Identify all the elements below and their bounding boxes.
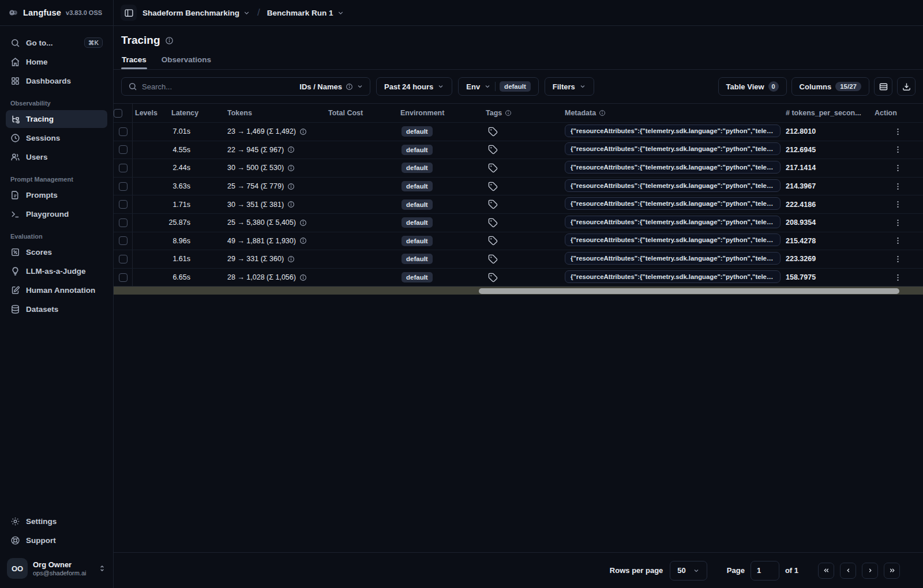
select-all-checkbox[interactable] [114,109,122,118]
ellipsis-vertical-icon[interactable] [890,181,906,192]
metadata-pill[interactable]: {"resourceAttributes":{"telemetry.sdk.la… [565,233,781,246]
ellipsis-vertical-icon[interactable] [890,272,906,283]
tag-icon[interactable] [488,163,560,173]
sidebar-item-llm-as-a-judge[interactable]: LLM-as-a-Judge [6,262,107,280]
tag-icon[interactable] [488,199,560,209]
row-checkbox[interactable] [119,145,127,154]
row-tags [483,236,562,246]
sidebar-toggle-button[interactable] [121,5,137,21]
row-action [872,181,923,192]
row-latency: 1.61s [169,255,225,263]
sidebar-item-dashboards[interactable]: Dashboards [6,72,107,90]
rows-per-page-select[interactable]: 50 [670,561,707,581]
row-tokens-per-second: 212.8010 [783,127,872,135]
sidebar-item-home[interactable]: Home [6,53,107,71]
row-checkbox[interactable] [119,127,127,136]
info-icon[interactable] [287,164,295,172]
row-checkbox[interactable] [119,164,127,172]
select-all-cell [114,104,133,122]
row-checkbox[interactable] [119,273,127,282]
info-icon[interactable] [299,128,307,135]
row-checkbox[interactable] [119,255,127,263]
search-input[interactable] [142,82,295,91]
sidebar-item-tracing[interactable]: Tracing [6,110,107,128]
row-checkbox[interactable] [119,182,127,191]
columns-button[interactable]: Columns 15/27 [791,77,869,96]
ellipsis-vertical-icon[interactable] [890,199,906,210]
info-icon[interactable] [299,274,307,281]
info-icon[interactable] [505,110,512,116]
account-menu[interactable]: OO Org Owner ops@shadeform.ai [6,556,107,581]
info-icon[interactable] [287,201,295,208]
tab-observations[interactable]: Observations [161,53,212,69]
sidebar-item-support[interactable]: Support [6,532,107,549]
info-icon[interactable] [287,146,295,153]
ellipsis-vertical-icon[interactable] [890,163,906,174]
time-range-dropdown[interactable]: Past 24 hours [376,77,452,96]
filters-dropdown[interactable]: Filters [545,77,594,96]
header-tokens: Tokens [225,109,326,117]
env-filter-dropdown[interactable]: Env default [458,77,539,96]
row-environment: default [398,164,483,172]
page-number-input[interactable] [751,561,779,581]
next-page-button[interactable] [862,563,878,579]
sidebar-item-prompts[interactable]: Prompts [6,186,107,204]
info-icon[interactable] [299,237,307,244]
info-icon[interactable] [165,36,174,45]
search-icon [10,38,20,48]
pagination-bar: Rows per page 50 Page of 1 [114,552,923,588]
info-icon[interactable] [299,219,307,227]
first-page-button[interactable] [818,563,834,579]
row-checkbox[interactable] [119,236,127,245]
metadata-pill[interactable]: {"resourceAttributes":{"telemetry.sdk.la… [565,161,781,174]
sidebar-item-sessions[interactable]: Sessions [6,129,107,147]
goto-search[interactable]: Go to... ⌘K [6,33,107,52]
ellipsis-vertical-icon[interactable] [890,254,906,265]
breadcrumb-project[interactable]: Shadeform Benchmarking [142,9,250,17]
sidebar-item-datasets[interactable]: Datasets [6,300,107,318]
metadata-pill[interactable]: {"resourceAttributes":{"telemetry.sdk.la… [565,216,781,228]
row-checkbox[interactable] [119,200,127,209]
metadata-pill[interactable]: {"resourceAttributes":{"telemetry.sdk.la… [565,270,781,283]
sidebar-item-scores[interactable]: Scores [6,243,107,261]
metadata-pill[interactable]: {"resourceAttributes":{"telemetry.sdk.la… [565,142,781,155]
horizontal-scrollbar[interactable] [114,286,923,295]
sidebar-item-users[interactable]: Users [6,148,107,166]
previous-page-button[interactable] [840,563,856,579]
tag-icon[interactable] [488,273,560,282]
sidebar-item-human-annotation[interactable]: Human Annotation [6,281,107,299]
tag-icon[interactable] [488,218,560,228]
row-height-button[interactable] [874,77,892,96]
table-row: 1.61s 29 → 331 (Σ 360) default [114,250,923,268]
sidebar-item-playground[interactable]: Playground [6,205,107,223]
info-icon[interactable] [287,183,295,190]
tag-icon[interactable] [488,127,560,137]
info-icon[interactable] [287,255,295,263]
metadata-pill[interactable]: {"resourceAttributes":{"telemetry.sdk.la… [565,252,781,265]
breadcrumb-run[interactable]: Benchmark Run 1 [267,9,344,17]
tag-icon[interactable] [488,182,560,191]
row-checkbox[interactable] [119,218,127,227]
ellipsis-vertical-icon[interactable] [890,126,906,137]
ellipsis-vertical-icon[interactable] [890,235,906,246]
metadata-pill[interactable]: {"resourceAttributes":{"telemetry.sdk.la… [565,197,781,210]
rows-per-page-label: Rows per page [610,566,663,575]
tab-traces[interactable]: Traces [121,53,147,69]
export-button[interactable] [897,77,916,96]
ellipsis-vertical-icon[interactable] [890,144,906,155]
metadata-pill[interactable]: {"resourceAttributes":{"telemetry.sdk.la… [565,125,781,137]
avatar: OO [7,558,28,579]
lifebuoy-icon [10,536,20,545]
chevron-down-icon [579,83,586,90]
tag-icon[interactable] [488,254,560,264]
sidebar-item-settings[interactable]: Settings [6,512,107,530]
tag-icon[interactable] [488,145,560,154]
info-icon[interactable] [599,110,606,116]
ellipsis-vertical-icon[interactable] [890,217,906,228]
metadata-pill[interactable]: {"resourceAttributes":{"telemetry.sdk.la… [565,179,781,192]
search-mode-dropdown[interactable]: IDs / Names [299,82,363,91]
tag-icon[interactable] [488,236,560,246]
table-view-button[interactable]: Table View 0 [718,77,787,96]
last-page-button[interactable] [884,563,900,579]
scrollbar-thumb[interactable] [479,288,900,294]
